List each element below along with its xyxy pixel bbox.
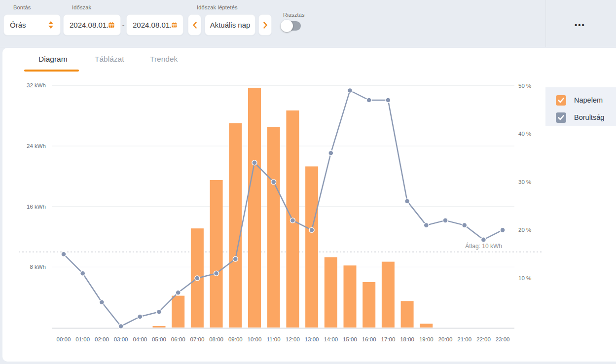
point-11:00[interactable] bbox=[271, 180, 276, 184]
legend-label: Borultság bbox=[574, 113, 604, 121]
bar-13:00[interactable] bbox=[305, 166, 318, 328]
point-05:00[interactable] bbox=[157, 309, 162, 314]
x-axis-tick: 15:00 bbox=[343, 336, 357, 342]
x-axis-tick: 03:00 bbox=[114, 336, 128, 342]
point-21:00[interactable] bbox=[462, 223, 467, 228]
check-icon bbox=[558, 115, 564, 120]
legend-item-borultsag[interactable]: Borultság bbox=[556, 112, 616, 123]
right-axis-tick: 20 % bbox=[518, 227, 531, 233]
legend-item-napelem[interactable]: Napelem bbox=[556, 95, 616, 106]
x-axis-tick: 17:00 bbox=[381, 336, 396, 342]
average-line-label: Átlag: 10 kWh bbox=[465, 242, 502, 250]
right-axis-tick: 30 % bbox=[518, 179, 531, 185]
x-axis-tick: 01:00 bbox=[75, 336, 90, 342]
x-axis-tick: 13:00 bbox=[305, 336, 319, 342]
bar-05:00[interactable] bbox=[153, 326, 166, 328]
bar-18:00[interactable] bbox=[401, 301, 414, 328]
x-axis-tick: 06:00 bbox=[171, 336, 185, 342]
right-axis-tick: 40 % bbox=[518, 131, 531, 137]
x-axis-tick: 10:00 bbox=[248, 336, 262, 342]
point-02:00[interactable] bbox=[99, 300, 104, 305]
bar-06:00[interactable] bbox=[172, 296, 184, 328]
x-axis-tick: 14:00 bbox=[324, 336, 338, 342]
point-03:00[interactable] bbox=[118, 324, 123, 329]
point-00:00[interactable] bbox=[61, 252, 66, 256]
point-07:00[interactable] bbox=[195, 276, 200, 281]
checkbox-borultsag[interactable] bbox=[556, 112, 566, 123]
left-axis-tick: 24 kWh bbox=[27, 143, 46, 149]
x-axis-tick: 09:00 bbox=[228, 336, 243, 342]
x-axis-tick: 12:00 bbox=[286, 336, 300, 342]
chart-canvas[interactable]: Átlag: 10 kWh8 kWh16 kWh24 kWh32 kWh10 %… bbox=[0, 0, 616, 364]
bar-14:00[interactable] bbox=[325, 257, 337, 328]
x-axis-tick: 02:00 bbox=[95, 336, 109, 342]
x-axis-tick: 11:00 bbox=[267, 336, 281, 342]
bar-19:00[interactable] bbox=[420, 324, 433, 328]
x-axis-tick: 20:00 bbox=[438, 336, 453, 342]
point-13:00[interactable] bbox=[309, 227, 314, 232]
x-axis-tick: 23:00 bbox=[496, 336, 510, 342]
x-axis-tick: 00:00 bbox=[57, 336, 71, 342]
point-22:00[interactable] bbox=[481, 237, 486, 242]
left-axis-tick: 8 kWh bbox=[30, 264, 46, 270]
bar-09:00[interactable] bbox=[229, 123, 242, 328]
point-08:00[interactable] bbox=[214, 271, 219, 276]
x-axis-tick: 05:00 bbox=[152, 336, 166, 342]
x-axis-tick: 16:00 bbox=[362, 336, 376, 342]
point-04:00[interactable] bbox=[138, 314, 143, 319]
x-axis-tick: 22:00 bbox=[476, 336, 491, 342]
trend-line bbox=[64, 91, 503, 327]
x-axis-tick: 04:00 bbox=[133, 336, 147, 342]
bar-11:00[interactable] bbox=[267, 127, 280, 328]
point-06:00[interactable] bbox=[176, 290, 181, 295]
check-icon bbox=[558, 98, 564, 103]
chart-legend: Napelem Borultság bbox=[545, 87, 616, 126]
window-bottom-edge bbox=[0, 362, 616, 364]
bar-15:00[interactable] bbox=[344, 265, 357, 328]
point-15:00[interactable] bbox=[348, 88, 353, 93]
point-10:00[interactable] bbox=[252, 160, 257, 165]
point-12:00[interactable] bbox=[290, 218, 295, 223]
right-axis-tick: 50 % bbox=[518, 83, 531, 89]
checkbox-napelem[interactable] bbox=[556, 95, 566, 106]
point-14:00[interactable] bbox=[328, 150, 333, 155]
point-18:00[interactable] bbox=[405, 199, 410, 204]
x-axis-tick: 08:00 bbox=[209, 336, 223, 342]
point-09:00[interactable] bbox=[233, 256, 238, 261]
bar-10:00[interactable] bbox=[248, 88, 261, 328]
left-axis-tick: 32 kWh bbox=[27, 82, 46, 88]
right-axis-tick: 10 % bbox=[518, 275, 531, 281]
point-01:00[interactable] bbox=[80, 271, 85, 276]
x-axis-tick: 07:00 bbox=[190, 336, 205, 342]
point-16:00[interactable] bbox=[366, 98, 371, 103]
legend-label: Napelem bbox=[574, 96, 603, 104]
bar-17:00[interactable] bbox=[382, 262, 395, 328]
bar-16:00[interactable] bbox=[362, 282, 375, 328]
x-axis-tick: 21:00 bbox=[457, 336, 471, 342]
x-axis-tick: 18:00 bbox=[400, 336, 414, 342]
point-23:00[interactable] bbox=[500, 227, 505, 232]
point-20:00[interactable] bbox=[443, 218, 448, 223]
point-17:00[interactable] bbox=[386, 98, 391, 103]
bar-08:00[interactable] bbox=[210, 180, 223, 328]
point-19:00[interactable] bbox=[424, 223, 429, 228]
left-axis-tick: 16 kWh bbox=[27, 204, 46, 210]
x-axis-tick: 19:00 bbox=[419, 336, 434, 342]
